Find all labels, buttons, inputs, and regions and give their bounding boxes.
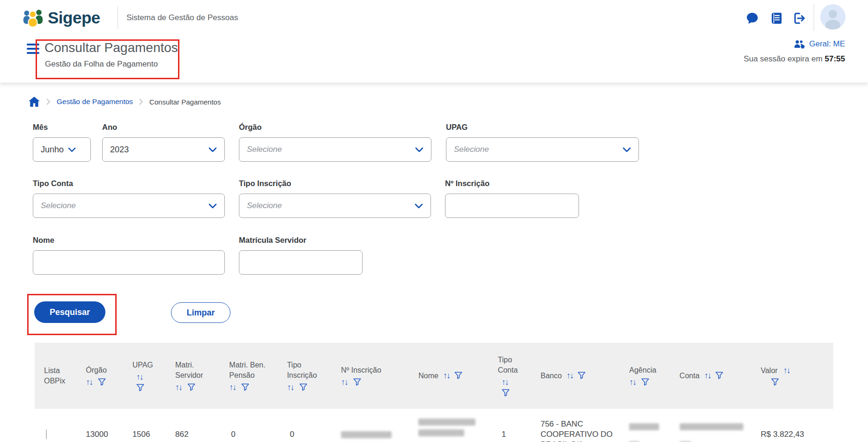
- breadcrumb-link-gestao-pagamentos[interactable]: Gestão de Pagamentos: [57, 97, 133, 106]
- nome-input[interactable]: [41, 250, 217, 275]
- filter-icon[interactable]: [241, 383, 249, 391]
- app-subtitle: Sistema de Gestão de Pessoas: [126, 13, 238, 22]
- sort-icon[interactable]: ↑↓: [704, 371, 711, 380]
- cell-tipo-conta: 1: [498, 429, 539, 440]
- cell-matri-servidor: 862: [175, 429, 228, 440]
- col-lista-obpix: Lista OBPix: [44, 366, 72, 385]
- consultar-pagamentos-page: { "header": { "logo_text": "Sigepe", "ap…: [0, 0, 868, 442]
- sort-icon[interactable]: ↑↓: [175, 383, 182, 391]
- avatar-person-icon: [820, 4, 846, 30]
- chevron-right-icon: [139, 98, 143, 105]
- chevron-down-icon: [415, 147, 423, 152]
- role-label: Geral: ME: [809, 39, 845, 49]
- col-valor-label: Valor: [761, 366, 778, 375]
- filter-icon[interactable]: [715, 372, 723, 379]
- field-n-inscricao: Nº Inscrição: [445, 179, 579, 218]
- sort-icon[interactable]: ↑↓: [341, 378, 348, 386]
- filter-icon[interactable]: [641, 378, 649, 386]
- col-conta: Conta ↑↓: [680, 371, 759, 381]
- filter-icon[interactable]: [98, 378, 106, 386]
- sort-icon[interactable]: ↑↓: [629, 378, 636, 386]
- n-inscricao-textbox: [445, 194, 579, 218]
- upag-select[interactable]: Selecione: [446, 137, 639, 162]
- menu-hamburger-icon[interactable]: [27, 44, 39, 54]
- col-nome-label: Nome: [418, 371, 438, 381]
- filter-icon[interactable]: [578, 372, 586, 379]
- sort-icon[interactable]: ↑↓: [443, 371, 450, 380]
- table-header-row: Lista OBPix Órgão ↑↓ UPAG ↑↓ Matri. Serv…: [35, 343, 833, 409]
- chat-icon[interactable]: [746, 12, 759, 25]
- col-agencia: Agência ↑↓: [623, 365, 678, 386]
- tipo-conta-label: Tipo Conta: [33, 179, 225, 188]
- filter-icon[interactable]: [502, 389, 510, 397]
- cell-upag: 1506: [133, 429, 174, 440]
- filter-icon[interactable]: [299, 383, 307, 391]
- row-checkbox[interactable]: [46, 429, 47, 439]
- ano-select[interactable]: 2023: [102, 137, 225, 162]
- col-valor: Valor ↑↓: [761, 366, 824, 386]
- col-matri-ben-pensao-label: Matri. Ben. Pensão: [229, 360, 276, 380]
- role-selector[interactable]: Geral: ME: [794, 39, 845, 49]
- sort-icon[interactable]: ↑↓: [783, 366, 790, 375]
- filter-icon[interactable]: [454, 372, 462, 379]
- sort-icon[interactable]: ↑↓: [287, 383, 294, 391]
- tipo-inscricao-select[interactable]: Selecione: [239, 194, 431, 218]
- n-inscricao-label: Nº Inscrição: [445, 179, 579, 188]
- session-time: 57:55: [825, 54, 845, 63]
- orgao-select[interactable]: Selecione: [239, 137, 431, 162]
- n-inscricao-input[interactable]: [453, 194, 571, 218]
- upag-placeholder: Selecione: [454, 145, 489, 154]
- sort-icon[interactable]: ↑↓: [229, 383, 236, 391]
- field-tipo-conta: Tipo Conta Selecione: [33, 179, 225, 218]
- sort-icon[interactable]: ↑↓: [86, 378, 92, 386]
- field-ano: Ano 2023: [102, 123, 225, 162]
- col-matri-ben-pensao: Matri. Ben. Pensão ↑↓: [229, 360, 276, 391]
- mes-select[interactable]: Junho: [33, 137, 91, 162]
- orgao-placeholder: Selecione: [247, 145, 282, 154]
- field-mes: Mês Junho: [33, 123, 91, 162]
- col-n-inscricao: Nº Inscrição ↑↓: [341, 365, 406, 386]
- col-orgao-label: Órgão: [86, 365, 106, 375]
- home-icon[interactable]: [28, 96, 40, 107]
- col-tipo-conta-label: Tipo Conta: [498, 355, 521, 375]
- page-title: Consultar Pagamentos: [45, 40, 178, 55]
- breadcrumb: Gestão de Pagamentos Consultar Pagamento…: [28, 96, 221, 107]
- col-upag-label: UPAG: [133, 360, 153, 370]
- field-tipo-inscricao: Tipo Inscrição Selecione: [239, 179, 431, 218]
- col-tipo-inscricao: Tipo Inscrição ↑↓: [287, 360, 325, 391]
- matricula-servidor-input[interactable]: [247, 250, 355, 275]
- logout-icon[interactable]: [793, 12, 806, 25]
- redacted-value: [629, 423, 659, 430]
- ano-value: 2023: [110, 145, 129, 155]
- field-upag: UPAG Selecione: [446, 123, 639, 162]
- sort-icon[interactable]: ↑↓: [566, 371, 573, 380]
- filter-icon[interactable]: [771, 378, 779, 386]
- user-avatar[interactable]: [820, 4, 846, 30]
- matricula-servidor-label: Matrícula Servidor: [239, 236, 363, 245]
- redacted-value: [341, 431, 392, 438]
- sort-icon[interactable]: ↑↓: [502, 378, 508, 386]
- mes-label: Mês: [33, 123, 91, 132]
- orgao-label: Órgão: [239, 123, 431, 132]
- app-header: Sigepe Sistema de Gestão de Pessoas: [0, 0, 868, 83]
- filter-icon[interactable]: [353, 378, 361, 386]
- field-nome: Nome: [33, 236, 225, 275]
- sigepe-logo[interactable]: Sigepe: [22, 8, 100, 28]
- col-orgao: Órgão ↑↓: [86, 365, 131, 386]
- manual-book-icon[interactable]: [770, 12, 783, 25]
- filter-icon[interactable]: [136, 384, 144, 391]
- filter-icon[interactable]: [187, 383, 195, 391]
- limpar-button[interactable]: Limpar: [171, 302, 230, 323]
- tipo-inscricao-label: Tipo Inscrição: [239, 179, 431, 188]
- sigepe-people-icon: [22, 8, 44, 28]
- table-row: 13000 1506 862 0 0 1 756 - BANC COOPERAT…: [35, 409, 833, 442]
- tipo-conta-select[interactable]: Selecione: [33, 194, 225, 218]
- tipo-conta-placeholder: Selecione: [41, 201, 76, 210]
- session-timer: Sua sessão expira em 57:55: [744, 54, 845, 64]
- redacted-value: [418, 419, 475, 426]
- cell-n-inscricao-redacted: [341, 431, 406, 438]
- sort-icon[interactable]: ↑↓: [136, 373, 143, 381]
- col-banco-label: Banco: [541, 371, 562, 381]
- col-upag: UPAG ↑↓: [133, 360, 174, 391]
- pesquisar-button[interactable]: Pesquisar: [34, 301, 105, 323]
